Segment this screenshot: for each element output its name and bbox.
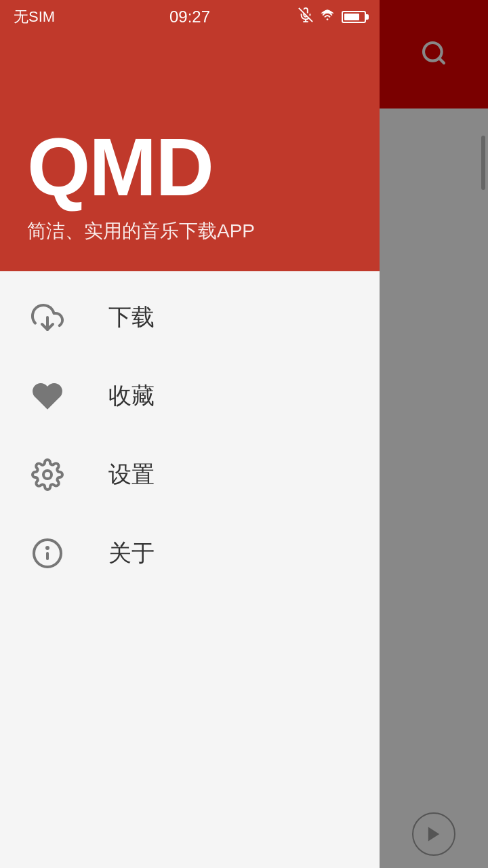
search-icon — [420, 39, 447, 69]
battery-icon — [342, 11, 366, 23]
drawer-header: QMD 简洁、实用的音乐下载APP — [0, 0, 380, 271]
download-icon — [27, 297, 68, 338]
menu-item-favorites[interactable]: 收藏 — [0, 357, 380, 435]
status-bar: 无SIM 09:27 — [0, 0, 380, 34]
mute-icon — [298, 7, 313, 26]
menu-item-download[interactable]: 下载 — [0, 278, 380, 357]
right-panel — [380, 0, 488, 868]
carrier-text: 无SIM — [14, 7, 55, 27]
download-label: 下载 — [108, 302, 155, 333]
settings-label: 设置 — [108, 459, 155, 490]
gear-icon — [27, 454, 68, 495]
time-text: 09:27 — [169, 7, 210, 26]
scrollbar — [481, 136, 485, 190]
favorites-label: 收藏 — [108, 380, 155, 412]
menu-item-about[interactable]: 关于 — [0, 514, 380, 593]
right-bottom-bar — [380, 800, 488, 868]
status-icons — [298, 7, 366, 26]
drawer-panel: QMD 简洁、实用的音乐下载APP 下载 收藏 — [0, 0, 380, 868]
menu-item-settings[interactable]: 设置 — [0, 435, 380, 514]
heart-icon — [27, 376, 68, 416]
play-button[interactable] — [412, 812, 455, 856]
menu-list: 下载 收藏 设置 — [0, 271, 380, 599]
app-title: QMD — [27, 126, 352, 208]
wifi-icon — [319, 8, 336, 26]
info-icon — [27, 533, 68, 574]
right-top-bar — [380, 0, 488, 108]
svg-point-3 — [327, 18, 329, 20]
svg-line-10 — [439, 58, 444, 63]
app-subtitle: 简洁、实用的音乐下载APP — [27, 218, 352, 244]
about-label: 关于 — [108, 538, 155, 569]
svg-marker-11 — [428, 827, 439, 842]
svg-point-5 — [43, 471, 52, 479]
